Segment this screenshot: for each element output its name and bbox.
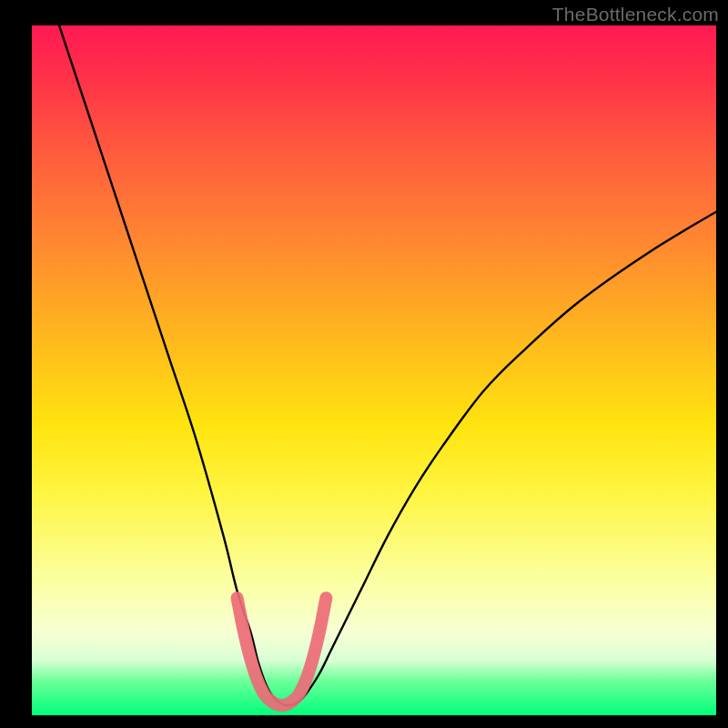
highlight-band	[238, 598, 327, 705]
chart-frame: TheBottleneck.com	[0, 0, 728, 728]
plot-area	[32, 25, 716, 715]
curve-layer	[32, 25, 716, 715]
bottleneck-curve	[59, 25, 716, 705]
watermark-text: TheBottleneck.com	[552, 4, 719, 25]
